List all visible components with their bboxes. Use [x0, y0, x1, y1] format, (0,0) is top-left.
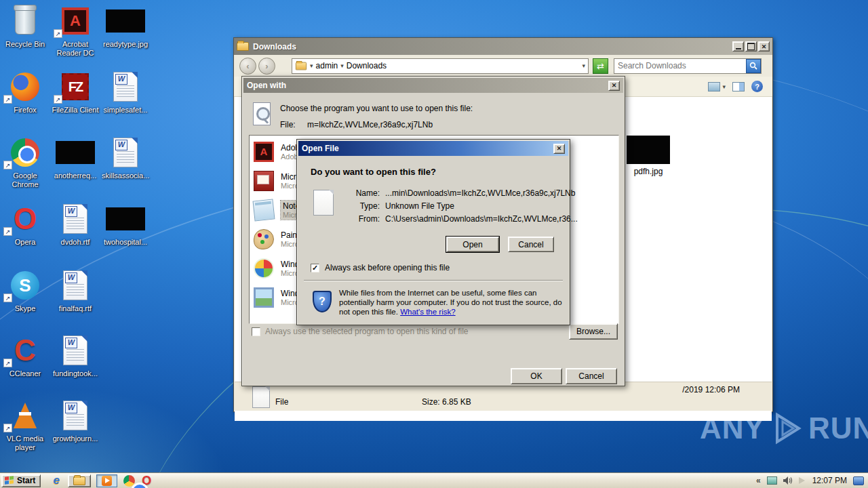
ok-button[interactable]: OK — [511, 368, 562, 384]
search-box[interactable] — [614, 58, 762, 74]
close-icon[interactable] — [608, 81, 620, 91]
breadcrumb-folder[interactable]: Downloads — [347, 61, 387, 70]
desktop-icon-readytype[interactable]: readytype.jpg — [102, 4, 149, 49]
vlc-icon: ↗ — [1, 399, 49, 432]
browse-button[interactable]: Browse... — [569, 323, 618, 340]
desktop-icon-chrome[interactable]: ↗ Google Chrome — [1, 136, 49, 189]
open-button[interactable]: Open — [446, 237, 499, 252]
from-value: C:\Users\admin\Downloads\m=IkchZc,WVLMce… — [385, 214, 578, 224]
desktop-icon-ccleaner[interactable]: C↗ CCleaner — [1, 333, 49, 378]
show-desktop-button[interactable] — [853, 476, 864, 485]
shortcut-arrow-icon: ↗ — [3, 95, 12, 104]
word-document-icon — [52, 202, 99, 236]
acrobat-icon: A↗ — [52, 4, 99, 38]
desktop-icon-label: simplesafet... — [102, 106, 149, 115]
maximize-button[interactable] — [745, 41, 757, 52]
details-file-type: File — [275, 397, 288, 407]
search-icon[interactable] — [746, 59, 761, 73]
desktop-icon-skype[interactable]: S↗ Skype — [1, 268, 49, 313]
anyrun-play-logo-icon — [769, 411, 804, 446]
search-input[interactable] — [614, 61, 746, 70]
desktop-icon-twohospital[interactable]: twohospital... — [102, 202, 149, 247]
desktop-icon-recycle-bin[interactable]: Recycle Bin — [1, 4, 49, 49]
address-dropdown-icon[interactable]: ▾ — [582, 62, 585, 69]
volume-tray-icon[interactable] — [783, 476, 793, 485]
windows-logo-icon — [5, 476, 14, 485]
forward-button[interactable]: › — [258, 58, 275, 75]
desktop-icon-label: Acrobat Reader DC — [52, 40, 99, 58]
breadcrumb[interactable]: ▾ admin ▾ Downloads ▾ — [292, 58, 589, 74]
desktop-icon-label: Google Chrome — [1, 171, 49, 189]
filezilla-icon: FZ↗ — [52, 70, 99, 104]
desktop-icon-dvdoh[interactable]: dvdoh.rtf — [52, 202, 99, 247]
shortcut-arrow-icon: ↗ — [3, 424, 12, 432]
close-button[interactable] — [758, 41, 770, 52]
views-icon — [708, 82, 720, 92]
desktop-icon-filezilla[interactable]: FZ↗ FileZilla Client — [52, 70, 99, 115]
desktop-icon-fundingtook[interactable]: fundingtook... — [52, 333, 99, 378]
desktop-icon-anotherreq[interactable]: anotherreq... — [52, 136, 99, 180]
always-use-checkbox[interactable] — [252, 327, 260, 336]
close-icon[interactable] — [553, 144, 565, 154]
explorer-taskbar-button[interactable] — [68, 474, 91, 487]
preview-pane-button[interactable] — [732, 82, 745, 92]
word-document-icon — [52, 268, 99, 302]
desktop-icon-opera[interactable]: O↗ Opera — [1, 202, 49, 247]
action-center-flag-icon[interactable] — [799, 477, 805, 484]
shortcut-arrow-icon: ↗ — [54, 95, 62, 104]
file-item-pdfh[interactable]: pdfh.jpg — [625, 136, 672, 176]
open-with-title-bar[interactable]: Open with — [243, 78, 623, 93]
whats-the-risk-link[interactable]: What's the risk? — [400, 308, 455, 316]
open-with-file-name: m=IkchZc,WVLMce,r36a9c,xj7LNb — [307, 120, 433, 129]
always-ask-checkbox[interactable]: ✓ — [311, 264, 319, 272]
always-ask-checkbox-row[interactable]: ✓ Always ask before opening this file — [311, 263, 450, 272]
cancel-button[interactable]: Cancel — [566, 368, 617, 384]
internet-explorer-quicklaunch[interactable]: e — [50, 474, 62, 487]
chevron-down-icon[interactable]: ▾ — [340, 62, 344, 69]
tray-expand-chevron-icon[interactable]: « — [756, 476, 761, 485]
details-file-size: Size: 6.85 KB — [422, 397, 471, 407]
type-value: Unknown File Type — [385, 201, 454, 211]
desktop-icon-growthjourn[interactable]: growthjourn... — [52, 399, 99, 443]
open-with-file-label: File: — [280, 120, 296, 129]
folder-icon — [73, 476, 85, 485]
desktop-icon-label: Skype — [1, 304, 49, 313]
network-tray-icon[interactable] — [767, 476, 777, 485]
open-file-title-bar[interactable]: Open File — [298, 141, 568, 156]
open-file-dialog: Open File Do you want to open this file?… — [296, 139, 570, 325]
desktop-icon-acrobat[interactable]: A↗ Acrobat Reader DC — [52, 4, 99, 58]
cancel-button-label: Cancel — [578, 371, 604, 381]
back-button[interactable]: ‹ — [239, 58, 256, 75]
photo-viewer-icon — [254, 287, 274, 308]
desktop-icon-skillsassocia[interactable]: skillsassocia... — [102, 136, 149, 180]
always-use-checkbox-row[interactable]: Always use the selected program to open … — [252, 327, 469, 336]
desktop-icon-firefox[interactable]: ↗ Firefox — [1, 70, 49, 115]
help-button[interactable]: ? — [751, 81, 763, 92]
open-file-title: Open File — [302, 144, 339, 153]
minimize-button[interactable] — [732, 41, 744, 52]
start-button[interactable]: Start — [1, 474, 41, 487]
desktop-icon-label: twohospital... — [102, 238, 149, 247]
shortcut-arrow-icon: ↗ — [3, 161, 12, 169]
open-with-title: Open with — [247, 81, 286, 90]
chrome-icon: ↗ — [1, 136, 49, 169]
desktop-icon-finalfaq[interactable]: finalfaq.rtf — [52, 268, 99, 313]
adobe-reader-icon: A — [254, 142, 274, 162]
explorer-title-bar[interactable]: Downloads — [234, 38, 772, 55]
desktop-icon-label: VLC media player — [1, 434, 49, 452]
chrome-quicklaunch[interactable] — [123, 474, 135, 487]
breadcrumb-user[interactable]: admin — [316, 61, 338, 70]
desktop-icon-label: CCleaner — [1, 369, 49, 378]
cancel-button[interactable]: Cancel — [508, 237, 554, 252]
refresh-button[interactable]: ⇄ — [593, 58, 608, 74]
always-use-label: Always use the selected program to open … — [265, 327, 469, 336]
desktop-icon-label: Recycle Bin — [1, 40, 49, 49]
system-tray: « 12:07 PM — [752, 474, 868, 487]
desktop-icon-vlc[interactable]: ↗ VLC media player — [1, 399, 49, 452]
desktop-icon-label: anotherreq... — [52, 171, 99, 180]
chevron-down-icon[interactable]: ▾ — [310, 62, 313, 69]
media-play-taskbar-button[interactable] — [96, 474, 117, 487]
views-button[interactable]: ▾ — [708, 82, 726, 92]
taskbar-clock[interactable]: 12:07 PM — [812, 476, 847, 485]
desktop-icon-simplesafet[interactable]: simplesafet... — [102, 70, 149, 115]
